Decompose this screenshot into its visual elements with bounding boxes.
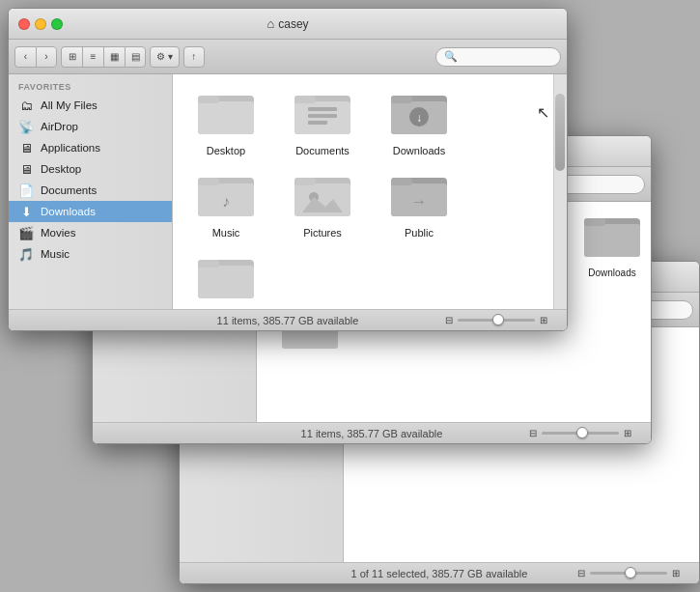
slider-track-1[interactable] (458, 319, 535, 322)
status-bar-1: 11 items, 385.77 GB available ⊟ ⊞ (9, 309, 567, 330)
favorites-label: FAVORITES (9, 74, 172, 95)
column-view-1[interactable]: ▦ (103, 46, 125, 68)
slider-knob-3[interactable] (625, 567, 636, 578)
title-bar-1: ⌂ casey (9, 9, 567, 40)
extra-folder-icon (197, 248, 255, 306)
forward-button-1[interactable]: › (36, 46, 57, 68)
pictures-label: Pictures (303, 227, 342, 239)
view-buttons-1[interactable]: ⊞ ≡ ▦ ▤ (61, 46, 146, 68)
sidebar-item-applications[interactable]: 🖥 Applications (9, 137, 172, 158)
sidebar-label-all-my-files: All My Files (41, 99, 98, 111)
sidebar-label-downloads: Downloads (41, 206, 96, 217)
public-label: Public (405, 227, 434, 239)
applications-icon: 🖥 (18, 140, 34, 155)
status-text-2: 11 items, 385.77 GB available (301, 428, 443, 439)
svg-rect-52 (294, 178, 316, 185)
nav-buttons-1[interactable]: ‹ › (14, 46, 57, 68)
downloads-label: Downloads (393, 145, 445, 156)
minimize-button-1[interactable] (35, 18, 46, 30)
status-text-3: 1 of 11 selected, 385.77 GB available (351, 568, 528, 579)
traffic-lights-1 (18, 18, 63, 30)
window-title-text-1: casey (278, 17, 308, 31)
music-folder-icon: ♪ (197, 166, 255, 224)
svg-rect-61 (198, 260, 219, 268)
file-area-1: Desktop Documents (173, 74, 567, 309)
cursor-1: ↖ (537, 103, 549, 122)
back-button-1[interactable]: ‹ (14, 46, 36, 68)
svg-rect-57 (391, 178, 412, 185)
toolbar-1: ‹ › ⊞ ≡ ▦ ▤ ⚙ ▾ ↑ 🔍 (9, 40, 567, 74)
slider-track-3[interactable] (590, 572, 667, 575)
svg-rect-40 (308, 121, 327, 125)
sidebar-item-music[interactable]: 🎵 Music (9, 243, 172, 265)
search-box-1[interactable]: 🔍 (435, 47, 561, 67)
all-my-files-icon: 🗂 (18, 98, 34, 113)
svg-rect-60 (198, 266, 254, 298)
desktop-folder-icon (197, 84, 255, 142)
downloads-folder-icon: ↓ (390, 84, 448, 142)
desktop-label: Desktop (207, 145, 245, 156)
slider-knob-2[interactable] (576, 427, 588, 438)
action-button-1[interactable]: ⚙ ▾ (150, 46, 180, 68)
content-area-1: FAVORITES 🗂 All My Files 📡 AirDrop 🖥 App… (9, 74, 567, 309)
sidebar-item-airdrop[interactable]: 📡 AirDrop (9, 116, 172, 137)
documents-icon: 📄 (18, 183, 34, 198)
scrollbar-thumb-1[interactable] (555, 94, 565, 171)
share-button-1[interactable]: ↑ (183, 46, 205, 68)
slider-knob-1[interactable] (492, 314, 504, 325)
svg-text:♪: ♪ (222, 193, 230, 210)
slider-2[interactable]: ⊟ ⊞ (529, 428, 631, 438)
sidebar-item-documents[interactable]: 📄 Documents (9, 180, 172, 201)
sidebar-label-airdrop: AirDrop (41, 121, 78, 132)
svg-rect-38 (308, 107, 337, 111)
icon-view-1[interactable]: ⊞ (61, 46, 82, 68)
cover-view-1[interactable]: ▤ (125, 46, 146, 68)
scrollbar-1[interactable]: ↖ (553, 74, 567, 309)
status-bar-3: 1 of 11 selected, 385.77 GB available ⊟ … (180, 562, 699, 583)
desktop-icon: 🖥 (18, 161, 34, 177)
svg-text:→: → (411, 193, 427, 210)
svg-rect-37 (294, 96, 316, 103)
slider-1[interactable]: ⊟ ⊞ (445, 315, 547, 325)
sidebar-item-all-my-files[interactable]: 🗂 All My Files (9, 95, 172, 116)
list-view-1[interactable]: ≡ (82, 46, 103, 68)
file-desktop-1[interactable]: Desktop (182, 84, 269, 156)
downloads-icon: ⬇ (18, 204, 34, 219)
file-pictures-1[interactable]: Pictures (279, 166, 366, 239)
sidebar-item-movies[interactable]: 🎬 Movies (9, 222, 172, 243)
file-extra-1[interactable] (182, 248, 269, 309)
search-icon-1: 🔍 (444, 50, 458, 63)
pictures-folder-icon (294, 166, 351, 224)
maximize-button-1[interactable] (51, 18, 63, 30)
finder-window-1[interactable]: ⌂ casey ‹ › ⊞ ≡ ▦ ▤ ⚙ ▾ ↑ 🔍 FAVORITES 🗂 … (8, 8, 568, 331)
file-music-1[interactable]: ♪ Music (182, 166, 269, 239)
window-title-1: ⌂ casey (266, 16, 308, 31)
file-documents-1[interactable]: Documents (279, 84, 366, 156)
documents-label: Documents (295, 145, 350, 156)
downloads-label-partial-2: Downloads (588, 268, 635, 278)
svg-rect-28 (584, 218, 605, 226)
sidebar-label-music: Music (41, 248, 70, 260)
slider-track-2[interactable] (542, 432, 619, 435)
movies-icon: 🎬 (18, 225, 34, 240)
close-button-1[interactable] (18, 18, 30, 30)
sidebar-label-applications: Applications (41, 142, 100, 154)
svg-rect-27 (584, 224, 640, 257)
svg-rect-34 (198, 96, 219, 103)
sidebar-label-movies: Movies (41, 227, 75, 239)
music-label: Music (212, 227, 240, 239)
file-public-1[interactable]: → Public (376, 166, 462, 239)
slider-3[interactable]: ⊟ ⊞ (577, 568, 680, 578)
sidebar-item-downloads[interactable]: ⬇ Downloads (9, 201, 172, 222)
downloads-folder-icon-partial-2 (583, 207, 641, 265)
file-downloads-partial-2[interactable]: Downloads (574, 207, 651, 278)
sidebar-item-desktop[interactable]: 🖥 Desktop (9, 158, 172, 180)
svg-rect-43 (391, 96, 412, 103)
documents-folder-icon (294, 84, 351, 142)
music-icon: 🎵 (18, 246, 34, 262)
svg-rect-39 (308, 114, 337, 118)
home-icon-1: ⌂ (266, 16, 274, 31)
status-text-1: 11 items, 385.77 GB available (217, 315, 359, 326)
file-downloads-1[interactable]: ↓ Downloads (376, 84, 462, 156)
files-grid-1: Desktop Documents (173, 74, 567, 309)
